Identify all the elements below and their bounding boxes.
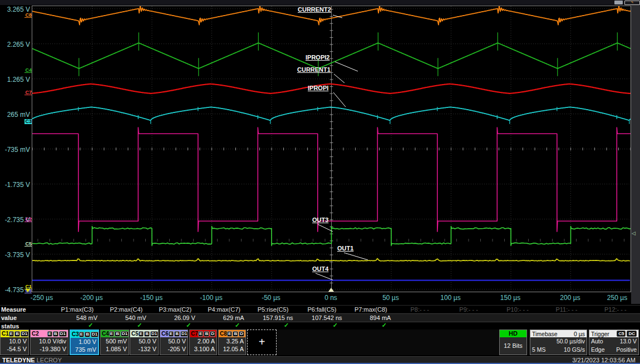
measure-header[interactable]: P1:max(C3) (53, 306, 102, 313)
timebase-scale: 50.0 µs/div (557, 337, 585, 346)
channel-scale: 10.0 V (1, 337, 28, 345)
trace-label-ipropi: IPROPI (308, 85, 328, 91)
channel-box-c6[interactable]: C6EBD150.0 V-205 V (160, 329, 188, 355)
channel-box-c5[interactable]: C5EBD150.0 V-132 V (130, 329, 159, 355)
channel-marker-c7[interactable]: C7 (24, 90, 32, 95)
status-ok-icon: ✓ (332, 322, 338, 329)
channel-header-c7: C7EBD (190, 330, 216, 337)
channel-badge-b[interactable]: B (14, 331, 20, 337)
channel-scale: 50.0 V (130, 337, 158, 345)
channel-header-c4: C4EBD1 (101, 330, 129, 337)
measure-row-label: Measure (1, 306, 26, 313)
channel-marker-c2[interactable]: C2 (24, 217, 32, 222)
timebase-samplerate: 10 GS/s (564, 346, 585, 354)
channel-marker-c5[interactable]: C5 (24, 242, 32, 247)
waveform-grid[interactable]: CURRENT2IPROPI2CURRENT1IPROPIOUT3OUT1OUT… (32, 6, 631, 292)
hd-badge: HD (500, 330, 526, 337)
add-channel-button[interactable]: + (247, 329, 277, 355)
measure-header[interactable]: P8:- - - (395, 306, 444, 313)
channel-badges: EBD1 (169, 331, 188, 337)
channel-badge-e[interactable]: E (47, 331, 52, 337)
trigger-level-marker[interactable]: ◁ (632, 230, 636, 236)
channel-badge-e[interactable]: E (9, 331, 14, 337)
channel-badge-b[interactable]: B (144, 331, 150, 337)
channel-badges: EBD1 (109, 331, 129, 337)
channel-badges: EBD1 (139, 331, 158, 337)
trigger-level: 13.0 V (620, 337, 637, 346)
trigger-time-marker[interactable] (328, 288, 334, 292)
timebase-header: Timebase 0 µs (530, 330, 587, 337)
channel-box-c4[interactable]: C4EBD1500 mV1.085 V (100, 329, 129, 355)
channel-scale: 3.25 A (219, 337, 245, 345)
waveform-svg (32, 6, 631, 292)
channel-box-c7[interactable]: C7EBD2.00 A3.100 A (189, 329, 217, 355)
trigger-coupling-badge: DC (627, 331, 637, 337)
trace-label-out3: OUT3 (312, 217, 328, 223)
channel-box-c8[interactable]: C8EBD3.25 A12.05 A (218, 329, 246, 355)
channel-badge-e[interactable]: E (198, 331, 203, 337)
channel-header-c1: C1EBD1 (1, 330, 28, 337)
channel-offset: -132 V (130, 345, 158, 353)
channel-scale: 50.0 V (160, 337, 188, 345)
channel-badge-d[interactable]: D (210, 331, 215, 337)
trace-label-out1: OUT1 (337, 245, 353, 252)
toolbar-annotation-button[interactable]: ✎ (624, 1, 640, 5)
channel-box-c2[interactable]: C2EBD110.0 V/div-19.380 V (30, 329, 68, 355)
measure-header[interactable]: P5:rise(C5) (249, 306, 298, 313)
measure-value: 107.542 ns (298, 314, 342, 321)
measure-header[interactable]: P12:- - - (591, 306, 640, 313)
channel-badge-d1[interactable]: D1 (91, 332, 99, 337)
x-axis-label: -250 µs (22, 294, 61, 302)
hd-mode-box[interactable]: HD 12 Bits (499, 329, 527, 355)
channel-box-c1[interactable]: C1EBD110.0 V-54.5 V (0, 329, 29, 355)
channel-badge-d1[interactable]: D1 (121, 331, 129, 337)
channel-badge-e[interactable]: E (227, 331, 232, 337)
channel-badge-e[interactable]: E (109, 331, 114, 337)
x-axis-labels: -250 µs-200 µs-150 µs-100 µs-50 µs0 ns50… (0, 294, 640, 303)
channel-badge-d1[interactable]: D1 (59, 331, 67, 337)
measure-header[interactable]: P2:max(C4) (102, 306, 151, 313)
channel-badge-b[interactable]: B (115, 331, 120, 337)
channel-header-c2: C2EBD1 (31, 330, 68, 337)
measure-header[interactable]: P11:- - - (542, 306, 591, 313)
measure-header[interactable]: P4:max(C7) (200, 306, 249, 313)
measure-header[interactable]: P3:max(C2) (151, 306, 200, 313)
measure-header[interactable]: P10:- - - (493, 306, 542, 313)
x-axis-label: -100 µs (192, 294, 231, 302)
channel-marker-c8[interactable]: C8 (24, 13, 32, 18)
measure-value: 26.09 V (151, 314, 195, 321)
measure-header[interactable]: P7:max(C8) (346, 306, 395, 313)
channel-marker-c3[interactable]: C3 (24, 119, 32, 124)
channel-badge-e[interactable]: E (79, 332, 84, 337)
channel-badge-b[interactable]: B (204, 331, 209, 337)
trigger-box[interactable]: Trigger C5 DC Auto 13.0 V Edge Positive (589, 329, 639, 355)
channel-scale: 2.00 A (190, 337, 216, 345)
x-axis-label: 0 ns (312, 294, 351, 302)
channel-box-c3[interactable]: C3EBD11.00 V735 mV (70, 329, 99, 355)
trigger-slope: Positive (616, 346, 637, 354)
channel-badge-d1[interactable]: D1 (150, 331, 158, 337)
y-axis-label: -735 mV (0, 146, 30, 154)
measure-header[interactable]: P6:fall(C5) (298, 306, 347, 313)
channel-badge-b[interactable]: B (174, 331, 180, 337)
channel-badge-e[interactable]: E (139, 331, 144, 337)
channel-badge-b[interactable]: B (233, 331, 238, 337)
y-axis-label: 1.265 V (0, 76, 30, 83)
timebase-offset: 0 µs (574, 331, 585, 337)
channel-descriptor-row: + HD 12 Bits Timebase 0 µs 50.0 µs/div 5… (0, 329, 640, 355)
toolbar-panel-button[interactable] (614, 1, 623, 4)
status-ok-icon: ✓ (283, 322, 290, 329)
measure-header[interactable]: P9:- - - (444, 306, 493, 313)
channel-badge-b[interactable]: B (85, 332, 90, 337)
channel-badge-b[interactable]: B (53, 331, 58, 337)
channel-badge-d[interactable]: D (239, 331, 244, 337)
channel-header-c5: C5EBD1 (130, 330, 158, 337)
channel-badge-e[interactable]: E (169, 331, 174, 337)
timebase-box[interactable]: Timebase 0 µs 50.0 µs/div 5 MS 10 GS/s (530, 329, 587, 355)
y-axis-label: -3.735 V (0, 251, 30, 259)
channel-badge-d1[interactable]: D1 (180, 331, 188, 337)
measure-value: 157.915 ns (249, 314, 293, 321)
channel-badge-d1[interactable]: D1 (21, 331, 28, 337)
channel-id: C2 (32, 331, 39, 337)
channel-marker-c4[interactable]: C4 (24, 68, 32, 73)
